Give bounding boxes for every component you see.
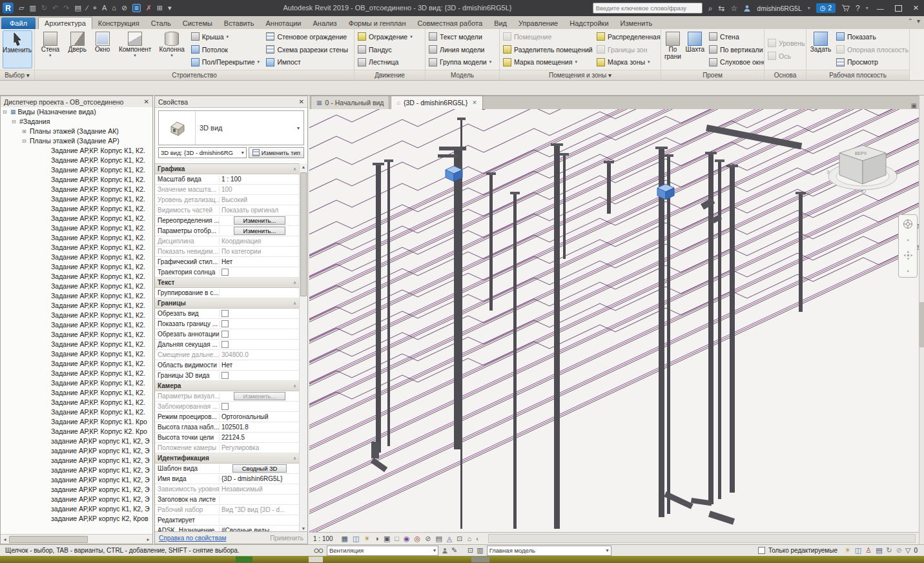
scroll-right-arrow-icon[interactable]: ▸ [144,537,152,542]
tree-toggle-icon[interactable]: ⊟ [12,117,17,127]
roof-button[interactable]: Крыша▾ [190,30,263,43]
save-icon[interactable]: ▥ [29,5,36,12]
scroll-down-arrow-icon[interactable]: ▼ [300,526,307,531]
property-checkbox[interactable] [221,372,229,379]
property-checkbox[interactable] [221,310,229,317]
property-section-header[interactable]: Графика∧ [155,164,300,174]
mullion-button[interactable]: Импост [265,56,352,68]
panel-label-rooms[interactable]: Помещения и зоны ▾ [500,70,661,80]
section-collapse-icon[interactable]: ∧ [293,280,296,285]
tree-view-item[interactable]: Задание АР,КР. Корпус К1, К2. [1,330,152,340]
file-tab[interactable]: Файл [1,17,36,29]
redo-icon[interactable]: ↷ [63,5,69,12]
tree-toggle-icon[interactable]: ⊞ [22,127,28,136]
search-icon[interactable]: ⌕ [708,5,713,12]
element-selector[interactable]: 3D вид: {3D - dmishin6RG▾ [158,147,247,158]
scroll-left-icon[interactable]: ‹ [476,535,478,542]
property-section-header[interactable]: Границы∧ [155,298,300,309]
tree-node-floor-plans-ar[interactable]: ⊟Планы этажей (Задание АР) [1,136,152,146]
ribbon-tab-анализ[interactable]: Анализ [307,17,342,29]
ribbon-tab-вставить[interactable]: Вставить [218,17,260,29]
model-text-button[interactable]: Текст модели [427,30,497,43]
ribbon-tab-архитектура[interactable]: Архитектура [38,17,92,29]
detail-level-icon[interactable]: ▦ [342,535,348,542]
tree-view-item[interactable]: Задание АР,КР. Корпус К1, К2. [1,185,152,194]
editing-user-icon[interactable] [442,548,448,554]
scrollbar-thumb[interactable] [300,172,307,296]
tree-node-floor-plans-ak[interactable]: ⊞Планы этажей (Задание АК) [1,127,152,136]
property-checkbox[interactable] [221,320,229,327]
editable-only-checkbox[interactable] [758,547,765,554]
ribbon-tab-вид[interactable]: Вид [488,17,513,29]
property-value[interactable]: Нет [220,362,300,369]
model-canvas[interactable]: Ю З В ВЕРХ ▾ ▾ [309,109,919,533]
show-work-plane-button[interactable]: Показать [835,30,907,43]
property-value[interactable]: 1 : 100 [220,176,300,183]
view-tab-start[interactable]: ▦ 0 - Начальный вид [311,96,389,109]
links-status-icon[interactable]: ⊘ [896,547,902,554]
property-checkbox[interactable] [221,341,229,348]
window-button[interactable]: Окно [91,30,114,68]
panel-label-selection[interactable]: Выбор ▾ [0,70,34,80]
open-icon[interactable]: ▱ [19,5,24,12]
model-group-button[interactable]: Группа модели▾ [427,56,497,68]
tree-view-item[interactable]: Задание АР,КР. Корпус К1, К2. [1,262,152,272]
print-icon[interactable]: ▤ [75,5,81,12]
shaft-button[interactable]: Шахта [684,30,706,68]
sync-status-icon[interactable]: ↻ [887,547,892,554]
notification-badge[interactable]: ◷ 2 [816,3,836,13]
property-value[interactable]: 22124.5 [220,434,300,441]
tree-view-item[interactable]: задание АР,КР корпус К1, К2, Э [1,475,152,485]
stair-button[interactable]: Лестница [356,56,423,68]
tree-view-item[interactable]: Задание АР,КР. Корпус К1, К2. [1,340,152,349]
tree-view-item[interactable]: Задание АР,КР. Корпус К1, К2. [1,291,152,301]
section-icon[interactable]: ⊘ [121,5,127,12]
tree-view-item[interactable]: Задание АР,КР. Корпус К1, К2. [1,378,152,388]
ribbon-tab-формы-и-генплан[interactable]: Формы и генплан [343,17,412,29]
tree-view-item[interactable]: Задание АР,КР. Корпус К1, К2. [1,359,152,369]
opening-by-face-button[interactable]: По грани [663,30,683,68]
ribbon-tab-управление[interactable]: Управление [513,17,564,29]
property-edit-button[interactable]: Сводный 3D [232,464,287,473]
revit-app-menu-icon[interactable]: R [3,3,14,14]
tree-view-item[interactable]: Задание АР,КР. Корпус К1, К2. [1,146,152,156]
type-dropdown-arrow-icon[interactable]: ▾ [297,125,300,131]
favorites-star-icon[interactable]: ☆ [731,5,738,12]
design-options-edit-icon[interactable]: ▥ [477,547,483,554]
crop-view-icon[interactable]: ▣ [384,535,390,542]
dormer-button[interactable]: Слуховое окно [708,56,762,68]
tree-view-item[interactable]: Задание АР,КР. Корпус К1, К2. [1,233,152,243]
viewer-button[interactable]: Просмотр [835,56,907,68]
tree-view-item[interactable]: Задание АР,КР. Корпус К1, К2. [1,398,152,407]
pan-icon[interactable] [903,251,913,260]
sign-in-exchange-icon[interactable]: ⇆ [718,5,724,12]
owners-icon[interactable]: ♙ [865,547,872,554]
property-checkbox[interactable] [221,331,229,338]
compass-west-label[interactable]: З [826,169,830,175]
design-option-select[interactable]: Главная модель▾ [487,546,611,556]
user-menu-arrow-icon[interactable]: ▾ [808,5,810,11]
view-cube[interactable]: Ю З В ВЕРХ [825,136,901,197]
steering-wheel-icon[interactable] [903,219,913,229]
tree-view-item[interactable]: Задание АР,КР. Корпус К1, К2. [1,252,152,262]
ribbon-tab-сталь[interactable]: Сталь [145,17,177,29]
tree-view-item[interactable]: Задание АР,КР. Корпус К1, К2. [1,407,152,417]
tree-view-item[interactable]: задание АР,КР корпус К1, К2, Э [1,495,152,504]
switch-windows-icon[interactable]: ⊞ [157,5,163,12]
selection-filter-icon[interactable]: ▽ [905,547,910,554]
property-edit-button[interactable]: Изменить... [234,227,286,235]
view-scale-button[interactable]: 1 : 100 [313,535,337,542]
sun-path-icon[interactable]: ☀ [364,535,370,542]
thin-lines-icon[interactable]: ≡ [132,4,140,12]
set-work-plane-button[interactable]: Задать [808,30,833,68]
view-tab-3d[interactable]: ⌂ {3D - dmishin6RG5L} ✕ [391,96,482,109]
section-collapse-icon[interactable]: ∧ [293,384,296,389]
section-collapse-icon[interactable]: ∧ [293,167,296,172]
section-collapse-icon[interactable]: ∧ [293,456,296,461]
scroll-left-arrow-icon[interactable]: ◂ [1,537,9,542]
navigation-bar[interactable]: ▾ ▾ [898,214,918,278]
visual-style-icon[interactable]: ◫ [353,535,359,542]
compass-east-label[interactable]: В [896,169,899,175]
editable-items-pencil-icon[interactable]: ✎ [451,547,457,554]
ribbon-tab-системы[interactable]: Системы [177,17,218,29]
